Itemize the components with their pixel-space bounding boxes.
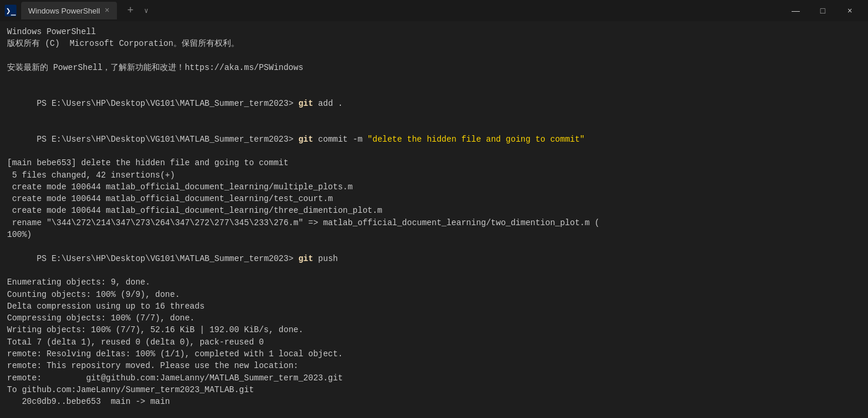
line-26: 20c0db9..bebe653 main -> main — [7, 396, 861, 407]
line-11: create mode 100644 matlab_official_docum… — [7, 193, 861, 205]
line-27: PS E:\Users\HP\Desktop\VG101\MATLAB_Summ… — [7, 408, 861, 419]
line-17: Counting objects: 100% (9/9), done. — [7, 289, 861, 300]
line-12: create mode 100644 matlab_official_docum… — [7, 205, 861, 216]
line-8: [main bebe653] delete the hidden file an… — [7, 157, 861, 169]
window-controls: — □ × — [782, 0, 863, 21]
maximize-button[interactable]: □ — [809, 0, 836, 21]
line-16: Enumerating objects: 9, done. — [7, 276, 861, 288]
new-tab-button[interactable]: + — [124, 5, 138, 16]
line-15: PS E:\Users\HP\Desktop\VG101\MATLAB_Summ… — [7, 240, 861, 276]
tab-label: Windows PowerShell — [28, 6, 100, 15]
powershell-window: ❯_ Windows PowerShell × + ∨ — □ × Window… — [0, 0, 868, 418]
line-21: Total 7 (delta 1), reused 0 (delta 0), p… — [7, 336, 861, 348]
line-4: 安装最新的 PowerShell，了解新功能和改进！https://aka.ms… — [7, 62, 861, 73]
title-bar-left: ❯_ Windows PowerShell × + ∨ — [5, 2, 782, 19]
args-6: add . — [313, 99, 343, 108]
line-7: PS E:\Users\HP\Desktop\VG101\MATLAB_Summ… — [7, 121, 861, 157]
active-tab[interactable]: Windows PowerShell × — [21, 2, 117, 19]
line-10: create mode 100644 matlab_official_docum… — [7, 181, 861, 193]
line-2: 版权所有 (C) Microsoft Corporation。保留所有权利。 — [7, 38, 861, 49]
close-window-button[interactable]: × — [836, 0, 863, 21]
terminal-body[interactable]: Windows PowerShell 版权所有 (C) Microsoft Co… — [0, 21, 868, 418]
line-25: To github.com:JameLanny/Summer_term2023_… — [7, 384, 861, 396]
line-22: remote: Resolving deltas: 100% (1/1), co… — [7, 348, 861, 360]
svg-text:❯_: ❯_ — [6, 6, 16, 16]
args-15: push — [313, 254, 338, 263]
tab-close-button[interactable]: × — [105, 6, 109, 15]
line-19: Compressing objects: 100% (7/7), done. — [7, 312, 861, 324]
line-6: PS E:\Users\HP\Desktop\VG101\MATLAB_Summ… — [7, 85, 861, 121]
prompt-7: PS E:\Users\HP\Desktop\VG101\MATLAB_Summ… — [36, 135, 298, 144]
title-bar: ❯_ Windows PowerShell × + ∨ — □ × — [0, 0, 868, 21]
tab-dropdown-button[interactable]: ∨ — [142, 6, 150, 15]
line-3 — [7, 50, 861, 62]
git-cmd-6: git — [299, 99, 313, 108]
line-18: Delta compression using up to 16 threads — [7, 300, 861, 312]
commit-msg-7: "delete the hidden file and going to com… — [367, 135, 585, 144]
minimize-button[interactable]: — — [782, 0, 809, 21]
line-1: Windows PowerShell — [7, 26, 861, 38]
line-20: Writing objects: 100% (7/7), 52.16 KiB |… — [7, 324, 861, 336]
line-24: remote: git@github.com:JameLanny/MATLAB_… — [7, 372, 861, 384]
prompt-15: PS E:\Users\HP\Desktop\VG101\MATLAB_Summ… — [36, 254, 298, 263]
prompt-6: PS E:\Users\HP\Desktop\VG101\MATLAB_Summ… — [36, 99, 298, 108]
line-23: remote: This repository moved. Please us… — [7, 360, 861, 372]
args-7: commit -m — [313, 135, 367, 144]
line-13: rename "\344\272\214\347\273\264\347\272… — [7, 217, 861, 229]
line-14: 100%) — [7, 229, 861, 240]
line-5 — [7, 73, 861, 85]
powershell-icon: ❯_ — [5, 5, 16, 16]
git-cmd-15: git — [299, 254, 313, 263]
git-cmd-7: git — [299, 135, 313, 144]
line-9: 5 files changed, 42 insertions(+) — [7, 169, 861, 181]
